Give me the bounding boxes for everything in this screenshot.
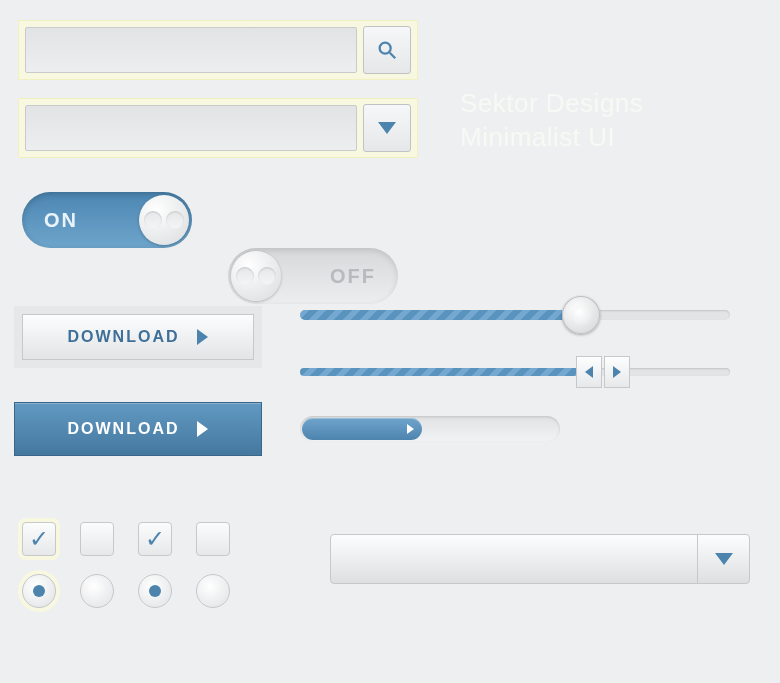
knob-dot-icon: [166, 211, 184, 229]
slider-handle[interactable]: [562, 296, 600, 334]
slider-caret[interactable]: [300, 352, 730, 390]
toggle-off[interactable]: OFF: [228, 248, 398, 304]
radio-row: [22, 574, 230, 608]
select-large[interactable]: [330, 534, 750, 584]
radio[interactable]: [22, 574, 56, 608]
knob-dot-icon: [236, 267, 254, 285]
caret-right-icon: [613, 366, 621, 378]
checkbox[interactable]: [196, 522, 230, 556]
chevron-down-icon: [715, 553, 733, 565]
dropdown-trigger[interactable]: [363, 104, 411, 152]
download-button-light-wrap: DOWNLOAD: [14, 306, 262, 368]
search-icon: [376, 39, 398, 61]
slider-step-right[interactable]: [604, 356, 630, 388]
radio[interactable]: [80, 574, 114, 608]
download-light-label: DOWNLOAD: [68, 328, 180, 346]
play-icon: [197, 421, 208, 437]
slider-fill: [300, 368, 590, 376]
toggle-knob: [139, 195, 189, 245]
radio[interactable]: [138, 574, 172, 608]
progress-pill-fill: [302, 418, 422, 440]
play-icon: [407, 424, 414, 434]
search-input[interactable]: [25, 27, 357, 73]
toggle-off-label: OFF: [330, 265, 376, 288]
radio[interactable]: [196, 574, 230, 608]
toggle-on-label: ON: [44, 209, 78, 232]
slider-fill: [300, 310, 580, 320]
play-icon: [197, 329, 208, 345]
knob-dot-icon: [258, 267, 276, 285]
radio-dot-icon: [33, 585, 45, 597]
checkbox[interactable]: [80, 522, 114, 556]
slider-caret-handle[interactable]: [576, 356, 630, 388]
download-blue-label: DOWNLOAD: [68, 420, 180, 438]
knob-dot-icon: [144, 211, 162, 229]
download-button-blue-wrap: DOWNLOAD: [14, 402, 262, 456]
checkbox-row: ✓ ✓: [22, 522, 230, 556]
check-icon: ✓: [145, 525, 165, 553]
download-button-light[interactable]: DOWNLOAD: [22, 314, 254, 360]
toggle-on[interactable]: ON: [22, 192, 192, 248]
svg-line-1: [390, 53, 396, 59]
checkbox[interactable]: ✓: [22, 522, 56, 556]
select-large-trigger[interactable]: [697, 535, 749, 583]
slider-round[interactable]: [300, 298, 730, 330]
kit-title-line2: Minimalist UI: [460, 122, 615, 153]
radio-dot-icon: [149, 585, 161, 597]
check-icon: ✓: [29, 525, 49, 553]
search-field-wrap: [18, 20, 418, 80]
caret-left-icon: [585, 366, 593, 378]
dropdown-field-wrap: [18, 98, 418, 158]
download-button-blue[interactable]: DOWNLOAD: [14, 402, 262, 456]
toggle-knob: [231, 251, 281, 301]
checkbox[interactable]: ✓: [138, 522, 172, 556]
search-button[interactable]: [363, 26, 411, 74]
dropdown-input[interactable]: [25, 105, 357, 151]
kit-title-line1: Sektor Designs: [460, 88, 643, 119]
svg-point-0: [380, 43, 391, 54]
chevron-down-icon: [378, 122, 396, 134]
slider-step-left[interactable]: [576, 356, 602, 388]
progress-pill: [300, 416, 560, 442]
